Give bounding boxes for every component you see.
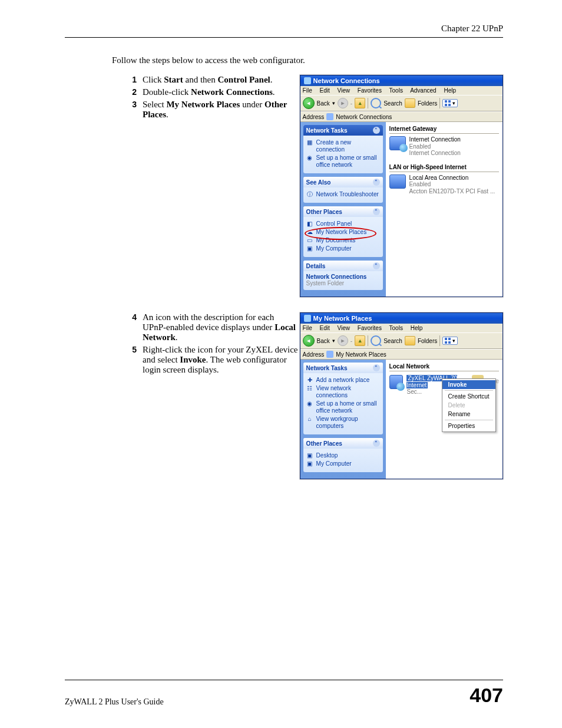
folders-button[interactable]: Folders <box>418 338 437 344</box>
folders-icon <box>405 336 415 345</box>
add-place-icon: ✚ <box>306 377 313 384</box>
connections-icon: ☷ <box>306 385 313 392</box>
menu-separator <box>445 390 493 391</box>
task-link[interactable]: ☷View network connections <box>306 385 380 399</box>
menu-item[interactable]: File <box>303 325 312 331</box>
content-pane: Internet Gateway Internet Connection Ena… <box>386 122 503 297</box>
menu-item-invoke[interactable]: Invoke <box>442 380 495 389</box>
panel-header[interactable]: Network Tasks˄ <box>303 363 383 373</box>
task-link[interactable]: ✚Add a network place <box>306 377 380 384</box>
task-link[interactable]: ◉Set up a home or small office network <box>306 400 380 414</box>
context-menu: Invoke Create Shortcut Delete Rename Pro… <box>442 378 496 432</box>
home-network-icon: ◉ <box>306 400 313 407</box>
task-link[interactable]: ▦Create a new connection <box>306 139 380 153</box>
collapse-icon[interactable]: ˄ <box>373 179 380 186</box>
place-link[interactable]: ▣My Computer <box>306 460 380 467</box>
back-button[interactable]: ◄ <box>303 335 315 347</box>
content-pane: Local Network ZyXEL ZyWALL 70 Internet S… <box>386 360 503 479</box>
highlight-circle <box>305 227 376 240</box>
views-button[interactable]: ▾ <box>442 99 458 107</box>
place-link[interactable]: ▣Desktop <box>306 452 380 459</box>
address-icon <box>326 113 333 120</box>
menu-item-rename[interactable]: Rename <box>442 410 495 419</box>
address-value[interactable]: My Network Places <box>336 351 386 358</box>
menu-item[interactable]: View <box>338 87 351 94</box>
menu-item[interactable]: Tools <box>389 87 403 94</box>
connection-status: Enabled <box>409 143 461 150</box>
step-num: 5 <box>124 345 143 375</box>
panel-header[interactable]: Other Places˄ <box>303 438 383 449</box>
computer-icon: ▣ <box>306 460 313 467</box>
step-body: Right-click the icon for your ZyXEL devi… <box>143 345 300 375</box>
collapse-icon[interactable]: ˄ <box>373 208 380 215</box>
steps-b: 4 An icon with the description for each … <box>124 312 300 375</box>
home-network-icon: ◉ <box>306 154 313 162</box>
intro-text: Follow the steps below to access the web… <box>112 55 503 65</box>
collapse-icon[interactable]: ˄ <box>373 127 380 134</box>
back-button[interactable]: ◄ <box>303 97 315 109</box>
chevron-down-icon: ▾ <box>452 100 455 106</box>
menu-item-properties[interactable]: Properties <box>442 421 495 430</box>
collapse-icon[interactable]: ˄ <box>373 440 380 447</box>
collapse-icon[interactable]: ˄ <box>373 262 380 269</box>
panel-header[interactable]: See Also˄ <box>303 177 383 187</box>
details-type: System Folder <box>306 280 380 286</box>
menu-item[interactable]: Advanced <box>410 87 436 94</box>
connection-name: Internet Connection <box>409 136 461 143</box>
panel-header[interactable]: Details˄ <box>303 261 383 271</box>
my-network-places-window: My Network Places File Edit View Favorit… <box>300 312 503 479</box>
lan-icon <box>389 174 406 189</box>
window-titlebar[interactable]: Network Connections <box>300 75 503 86</box>
menu-item[interactable]: Help <box>411 325 423 331</box>
control-panel-icon: ◧ <box>306 220 313 228</box>
toolbar: ◄ Back ▾ ► - ▲ Search Folders ▾ <box>300 332 503 349</box>
menu-item[interactable]: Help <box>444 87 456 94</box>
address-label: Address <box>303 351 325 358</box>
menu-item[interactable]: Tools <box>389 325 403 331</box>
up-arrow-icon: ▲ <box>358 100 363 106</box>
desktop-icon: ▣ <box>306 452 313 459</box>
menu-item[interactable]: Favorites <box>358 325 382 331</box>
address-bar: Address My Network Places <box>300 349 503 360</box>
collapse-icon[interactable]: ˄ <box>373 364 380 371</box>
search-button[interactable]: Search <box>384 338 402 344</box>
menu-item[interactable]: Favorites <box>358 87 382 94</box>
folders-button[interactable]: Folders <box>418 100 437 107</box>
back-dropdown-icon[interactable]: ▾ <box>332 338 335 344</box>
step-num: 2 <box>124 87 143 97</box>
up-button[interactable]: ▲ <box>355 335 365 346</box>
panel-header[interactable]: Network Tasks˄ <box>303 125 383 136</box>
address-value[interactable]: Network Connections <box>336 114 392 120</box>
connection-via: Internet Connection <box>409 150 461 157</box>
window-title: My Network Places <box>313 315 372 322</box>
connection-item[interactable]: Local Area Connection Enabled Accton EN1… <box>389 174 499 195</box>
task-link[interactable]: ◉Set up a home or small office network <box>306 154 380 169</box>
menu-item[interactable]: File <box>303 87 312 94</box>
address-bar: Address Network Connections <box>300 111 503 122</box>
menu-item[interactable]: Edit <box>320 325 330 331</box>
back-arrow-icon: ◄ <box>306 338 311 344</box>
step-num: 4 <box>124 312 143 342</box>
menu-item-create-shortcut[interactable]: Create Shortcut <box>442 392 495 401</box>
menu-item[interactable]: View <box>338 325 351 331</box>
panel-header[interactable]: Other Places˄ <box>303 206 383 217</box>
task-link[interactable]: ⌂View workgroup computers <box>306 416 380 430</box>
place-link[interactable]: ▣My Computer <box>306 245 380 252</box>
menu-bar[interactable]: File Edit View Favorites Tools Advanced … <box>300 86 503 95</box>
device-icon <box>389 375 404 389</box>
menu-item[interactable]: Edit <box>320 87 330 94</box>
up-button[interactable]: ▲ <box>355 98 365 108</box>
connection-item[interactable]: Internet Connection Enabled Internet Con… <box>389 136 499 157</box>
task-link[interactable]: ⓘNetwork Troubleshooter <box>306 191 380 198</box>
window-titlebar[interactable]: My Network Places <box>300 313 503 324</box>
search-button[interactable]: Search <box>384 100 402 107</box>
views-button[interactable]: ▾ <box>442 337 458 345</box>
info-icon: ⓘ <box>306 191 313 198</box>
back-label[interactable]: Back <box>317 100 330 107</box>
network-connections-window: Network Connections File Edit View Favor… <box>300 75 503 297</box>
back-dropdown-icon[interactable]: ▾ <box>332 100 335 106</box>
app-icon <box>304 77 311 84</box>
back-arrow-icon: ◄ <box>306 100 311 106</box>
back-label[interactable]: Back <box>317 338 330 344</box>
menu-bar[interactable]: File Edit View Favorites Tools Help <box>300 324 503 332</box>
